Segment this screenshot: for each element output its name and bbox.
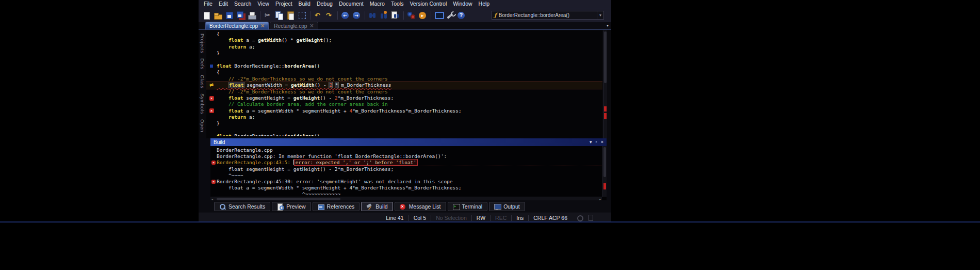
code-line[interactable]: float BorderRectangle::insideArea() [206,133,602,136]
build-scroll-thumb[interactable] [603,147,606,177]
collapse-icon[interactable]: ▾ [590,138,592,146]
menu-item-document[interactable]: Document [336,0,367,8]
build-line[interactable]: ×BorderRectangle.cpp:43:5: error: expect… [210,160,602,166]
bottom-tab-output[interactable]: Output [489,202,525,211]
side-tab-defs[interactable]: Defs [200,58,205,70]
side-tab-symbols[interactable]: Symbols [200,93,205,114]
select-block-icon[interactable] [297,10,307,21]
bottom-tab-label: Search Results [228,203,265,210]
build-gears-icon[interactable] [406,10,417,21]
build-line[interactable]: float segmentHeight = getHeight() - 2*m_… [210,166,602,172]
tools-wrench-icon[interactable] [445,10,455,21]
build-line[interactable]: ^~~~~~~~~~~~~ [210,191,602,197]
build-horizontal-scrollbar[interactable]: ◂ ▸ [210,197,602,200]
code-area[interactable]: { float a = getWidth() * getHeight(); re… [206,30,602,138]
tab-borderrectangle-cpp[interactable]: BorderRectangle.cpp× [205,22,269,29]
menu-item-view[interactable]: View [254,0,272,8]
bottom-tab-label: Terminal [462,203,483,210]
bottom-tab-build[interactable]: Build [361,202,393,211]
find-replace-icon[interactable] [379,10,389,21]
paste-icon[interactable] [286,10,296,21]
code-line[interactable]: × float a = segmentWidth * segmentHeight… [206,108,602,114]
code-line[interactable]: float BorderRectangle::borderArea() [206,63,602,69]
build-line[interactable]: BorderRectangle.cpp [210,147,602,153]
editor-vertical-scrollbar[interactable] [603,30,607,138]
build-line[interactable]: ×BorderRectangle.cpp:45:30: error: 'segm… [210,179,602,185]
run-icon[interactable] [418,10,428,21]
code-line[interactable]: × float segmentHeight = getHeight() - 2*… [206,95,602,101]
code-line[interactable] [206,57,602,63]
combo-dropdown-icon[interactable]: ▾ [597,11,603,19]
code-line[interactable] [206,127,602,133]
save-file-icon[interactable] [224,10,235,21]
code-text: return a; [217,114,255,120]
menu-item-build[interactable]: Build [296,0,314,8]
line-gutter [206,69,217,75]
menu-item-help[interactable]: Help [476,0,493,8]
symbol-combo[interactable]: ƒ BorderRectangle::borderArea() ▾ [492,11,604,20]
terminal-icon [453,203,460,210]
bottom-tab-terminal[interactable]: Terminal [448,202,488,211]
side-tab-open[interactable]: Open [200,119,205,132]
code-line[interactable]: return a; [206,114,602,120]
nav-back-icon[interactable] [340,10,351,21]
scroll-error-mark [604,113,607,119]
build-output[interactable]: BorderRectangle.cppBorderRectangle.cpp: … [210,147,602,197]
close-icon[interactable]: × [601,138,603,146]
pin-icon[interactable]: ▫ [596,138,597,146]
error-marker-icon: × [211,161,216,165]
code-line[interactable]: ≠ float segmentWidth = getWidth() - 2 * … [206,82,602,88]
code-line[interactable]: { [206,69,602,75]
menu-item-macro[interactable]: Macro [367,0,388,8]
menu-item-file[interactable]: File [201,0,216,8]
bottom-tab-search-results[interactable]: Search Results [214,202,270,211]
menu-item-window[interactable]: Window [450,0,475,8]
code-line[interactable]: } [206,120,602,126]
tab-close-icon[interactable]: × [260,23,265,28]
build-line[interactable]: float a = segmentWidth * segmentHeight +… [210,185,602,191]
code-line[interactable]: float a = getWidth() * getHeight(); [206,37,602,43]
save-all-icon[interactable] [236,10,246,21]
cut-icon[interactable] [263,10,273,21]
code-line[interactable]: } [206,50,602,56]
menu-item-version-control[interactable]: Version Control [406,0,450,8]
tab-close-icon[interactable]: × [309,23,314,28]
tab-rectangle-cpp[interactable]: Rectangle.cpp× [270,22,318,29]
code-line[interactable]: return a; [206,44,602,50]
build-vertical-scrollbar[interactable] [602,146,607,197]
build-pane-header[interactable]: Build ▾▫× [210,138,607,146]
undo-icon[interactable] [313,10,323,21]
menu-item-project[interactable]: Project [272,0,296,8]
menu-item-search[interactable]: Search [231,0,254,8]
new-file-icon[interactable] [202,10,212,21]
menu-item-debug[interactable]: Debug [314,0,336,8]
find-icon[interactable] [368,10,378,21]
debug-display-icon[interactable] [434,10,444,21]
bottom-tab-message-list[interactable]: Message List [395,202,446,211]
side-tab-projects[interactable]: Projects [200,34,205,53]
build-pane: Build ▾▫× BorderRectangle.cppBorderRecta… [210,138,607,200]
menu-item-edit[interactable]: Edit [216,0,231,8]
bottom-tab-preview[interactable]: Preview [272,202,311,211]
print-icon[interactable] [247,10,257,21]
search-results-icon [219,203,226,210]
code-line[interactable]: // -2*m_BorderThickness so we do not cou… [206,89,602,95]
code-line[interactable]: // -2*m_BorderThickness so we do not cou… [206,76,602,82]
nav-forward-icon[interactable] [352,10,362,21]
side-tab-class[interactable]: Class [200,75,205,88]
bottom-tab-references[interactable]: References [313,202,360,211]
editor-scroll-thumb[interactable] [604,31,607,83]
build-line-gutter: × [210,160,217,165]
status-no-selection: No Selection [431,215,471,221]
code-line[interactable]: { [206,31,602,37]
build-line[interactable]: ^~~~~ [210,172,602,179]
help-icon[interactable] [456,10,467,21]
open-file-icon[interactable] [213,10,223,21]
menu-item-tools[interactable]: Tools [388,0,407,8]
find-in-files-icon[interactable] [390,10,401,21]
tab-overflow-dropdown-icon[interactable]: ▾ [607,23,609,28]
redo-icon[interactable] [324,10,335,21]
tab-label: Rectangle.cpp [274,23,307,29]
copy-icon[interactable] [274,10,285,21]
code-line[interactable]: // Calculate border area, add the corner… [206,101,602,107]
